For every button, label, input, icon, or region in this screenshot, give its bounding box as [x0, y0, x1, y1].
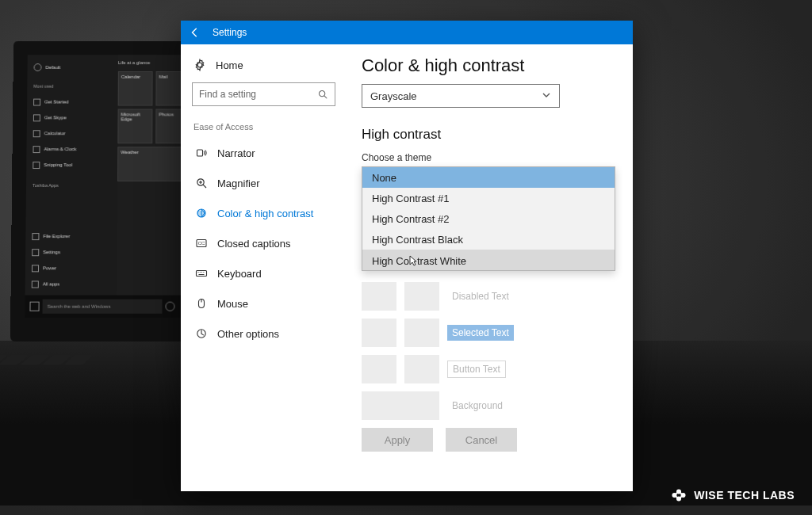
theme-option-hc-black[interactable]: High Contrast Black [362, 229, 615, 250]
tile: Microsoft Edge [121, 112, 140, 121]
start-item: Alarms & Clock [44, 147, 76, 151]
search-placeholder: Find a setting [199, 89, 256, 100]
svg-rect-5 [197, 150, 203, 156]
cancel-button[interactable]: Cancel [446, 428, 517, 452]
taskbar-search: Search the web and Windows [43, 299, 163, 314]
mouse-icon [195, 297, 208, 310]
theme-option-none[interactable]: None [362, 167, 615, 188]
tile: Calendar [121, 74, 140, 79]
contrast-icon [195, 207, 208, 219]
nav-pane: Home Find a setting Ease of Access Narra… [181, 44, 344, 491]
color-filter-value: Grayscale [370, 90, 417, 102]
nav-magnifier[interactable]: Magnifier [192, 168, 335, 198]
cc-icon: CC [195, 237, 208, 250]
home-label: Home [216, 59, 243, 71]
gear-icon [193, 59, 206, 71]
start-bottom: Power [43, 265, 56, 270]
theme-label: Choose a theme [362, 152, 615, 163]
watermark: WISE TECH LABS [670, 486, 795, 504]
nav-label: Mouse [217, 298, 248, 310]
color-filter-combo[interactable]: Grayscale [362, 84, 560, 108]
svg-rect-10 [197, 271, 207, 277]
nav-label: Closed captions [217, 238, 291, 250]
keyboard-icon [195, 267, 208, 280]
swatch [362, 282, 396, 311]
disabled-text-chip: Disabled Text [447, 288, 514, 304]
start-glance: Life at a glance [118, 60, 150, 65]
svg-point-4 [319, 90, 324, 96]
theme-dropdown[interactable]: None High Contrast #1 High Contrast #2 H… [362, 166, 615, 271]
option-label: None [372, 172, 396, 184]
button-text-chip: Button Text [447, 360, 506, 378]
button-label: Cancel [465, 434, 497, 446]
other-icon [195, 327, 208, 340]
high-contrast-heading: High contrast [362, 127, 615, 143]
start-mostused: Most used [33, 84, 53, 89]
option-label: High Contrast #2 [372, 213, 450, 225]
nav-closed-captions[interactable]: CC Closed captions [192, 228, 335, 258]
start-item: Get Started [44, 100, 69, 105]
apply-button[interactable]: Apply [362, 428, 433, 452]
magnifier-icon [195, 177, 208, 189]
option-label: High Contrast Black [372, 234, 463, 246]
nav-label: Keyboard [217, 268, 262, 280]
button-label: Apply [385, 434, 411, 446]
nav-color-high-contrast[interactable]: Color & high contrast [192, 198, 335, 228]
titlebar: Settings [181, 21, 633, 44]
nav-keyboard[interactable]: Keyboard [192, 258, 335, 288]
window-title: Settings [213, 27, 247, 38]
nav-mouse[interactable]: Mouse [192, 288, 335, 319]
tile: Mail [159, 74, 168, 79]
swatch [404, 282, 439, 311]
search-icon [317, 89, 328, 100]
start-icon [29, 302, 39, 311]
option-label: High Cotrast White [372, 254, 466, 267]
swatch [362, 355, 396, 383]
swatch [362, 319, 396, 347]
search-input[interactable]: Find a setting [192, 82, 335, 106]
theme-option-hc2[interactable]: High Contrast #2 [362, 208, 615, 229]
theme-preview: Disabled Text Selected Text Button Text … [362, 282, 615, 420]
start-bottom: File Explorer [43, 234, 70, 238]
settings-window: Settings Home Find a setting Ease of Acc… [181, 21, 633, 491]
start-toshiba: Toshiba Apps [33, 183, 59, 188]
home-link[interactable]: Home [192, 55, 335, 82]
selected-text-chip: Selected Text [447, 325, 514, 341]
cortana-icon [165, 302, 174, 311]
tile: Photos [159, 112, 174, 116]
theme-option-hc-white[interactable]: High Cotrast White [362, 250, 615, 270]
tile: Weather [121, 150, 139, 154]
start-item: Calculator [44, 131, 66, 135]
start-user: Default [45, 65, 60, 70]
start-bottom: Settings [43, 250, 60, 254]
cursor-icon [409, 255, 417, 269]
content-pane: Color & high contrast Grayscale High con… [344, 44, 633, 491]
nav-label: Narrator [217, 147, 255, 159]
swatch [404, 319, 439, 347]
start-bottom: All apps [43, 281, 60, 286]
section-heading: Ease of Access [192, 122, 335, 138]
theme-option-hc1[interactable]: High Contrast #1 [362, 188, 615, 208]
swatch [362, 391, 439, 420]
option-label: High Contrast #1 [372, 193, 450, 204]
back-button[interactable] [189, 26, 201, 39]
start-item: Snipping Tool [44, 162, 72, 167]
start-item: Get Skype [44, 115, 67, 120]
nav-label: Other options [217, 328, 279, 340]
nav-narrator[interactable]: Narrator [192, 138, 335, 168]
nav-label: Color & high contrast [217, 208, 313, 219]
svg-text:CC: CC [198, 241, 205, 246]
swatch [404, 355, 439, 383]
background-chip: Background [447, 398, 508, 414]
nav-label: Magnifier [217, 177, 259, 189]
page-title: Color & high contrast [362, 55, 615, 76]
narrator-icon [195, 147, 208, 159]
chevron-down-icon [542, 90, 551, 102]
nav-other-options[interactable]: Other options [192, 319, 335, 349]
